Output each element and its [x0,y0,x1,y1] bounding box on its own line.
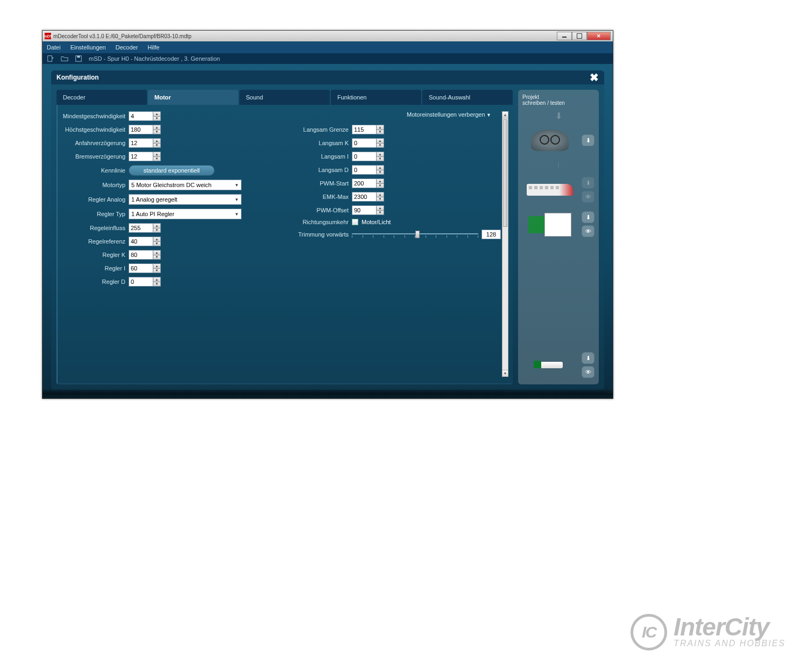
new-icon[interactable] [47,55,54,62]
label-emk-max: EMK-Max [285,194,349,200]
input-pwm-offset[interactable]: 90▲▼ [352,205,384,215]
connection-line-icon: ┊ [557,162,560,168]
menu-hilfe[interactable]: Hilfe [147,44,159,51]
label-motortyp: Motortyp [62,182,125,188]
app-window: mDT mDecoderTool v3.1.0 E:/60_Pakete/Dam… [42,30,613,399]
scroll-down-icon[interactable]: ▼ [502,370,508,376]
label-brems: Bremsverzögerung [62,153,125,160]
open-icon[interactable] [61,55,68,62]
checkbox-richtung[interactable] [352,219,358,225]
label-regeleinfluss: Regeleinfluss [62,225,125,231]
slider-trimmung-value: 128 [482,230,501,239]
arrow-down-icon: ⬇ [555,111,562,121]
hide-motor-settings-link[interactable]: Motoreinstellungen verbergen [285,111,501,121]
left-form-column: Mindestgeschwindigkeit 4▲▼ Höchstgeschwi… [58,111,278,377]
panel-header: Konfiguration ✖ [51,70,604,84]
device-usb [522,351,577,379]
label-anfahr: Anfahrverzögerung [62,140,125,146]
label-regler-d: Regler D [62,278,125,285]
input-langsam-d[interactable]: 0▲▼ [352,165,384,175]
tab-sound-auswahl[interactable]: Sound-Auswahl [422,90,513,105]
svg-rect-2 [77,56,80,58]
tab-bar: Decoder Motor Sound Funktionen Sound-Aus… [56,90,513,105]
write-controller-button[interactable]: ⬇ [582,134,594,146]
panel-close-icon[interactable]: ✖ [590,71,599,84]
menu-bar: Datei Einstellungen Decoder Hilfe [43,41,613,53]
menu-decoder[interactable]: Decoder [116,44,138,51]
label-mindest: Mindestgeschwindigkeit [62,113,125,119]
label-langsam-k: Langsam K [285,140,349,146]
minimize-button[interactable] [557,32,572,40]
label-regler-k: Regler K [62,252,125,258]
checkbox-richtung-label: Motor/Licht [362,219,391,225]
slider-trimmung[interactable] [352,229,478,240]
watermark-main: InterCity [674,616,785,638]
button-kennlinie[interactable]: standard exponentiell [129,165,215,176]
input-regelreferenz[interactable]: 40▲▼ [129,237,161,246]
device-board [522,210,577,238]
dropdown-regler-typ[interactable]: 1 Auto PI Regler [129,209,242,219]
input-regler-i[interactable]: 60▲▼ [129,263,161,273]
write-train-button[interactable]: ⬇ [582,177,594,189]
label-pwm-offset: PWM-Offset [285,207,349,213]
app-icon: mDT [45,33,51,39]
main-background: Konfiguration ✖ Decoder Motor Sound Funk… [43,64,613,398]
label-kennlinie: Kennlinie [62,167,125,174]
breadcrumb: mSD - Spur H0 - Nachrüstdecoder , 3. Gen… [89,55,220,62]
sidebar-title: Projekt schreiben / testen [522,94,594,106]
watermark-sub: TRAINS AND HOBBIES [674,639,785,648]
window-close-button[interactable] [587,32,611,40]
tab-decoder[interactable]: Decoder [56,90,147,105]
label-regler-typ: Regler Typ [62,211,125,217]
label-langsam-d: Langsam D [285,167,349,173]
input-pwm-start[interactable]: 200▲▼ [352,178,384,188]
input-emk-max[interactable]: 2300▲▼ [352,192,384,202]
input-langsam-k[interactable]: 0▲▼ [352,138,384,148]
toolbar: mSD - Spur H0 - Nachrüstdecoder , 3. Gen… [43,53,613,64]
save-icon[interactable] [75,55,82,62]
slider-thumb-icon[interactable] [415,231,420,238]
dropdown-regler-analog[interactable]: 1 Analog geregelt [129,194,242,205]
label-regler-i: Regler I [62,265,125,271]
input-langsam-i[interactable]: 0▲▼ [352,152,384,161]
watermark-logo-icon: IC [631,614,667,650]
maximize-button[interactable] [572,32,587,40]
view-board-button[interactable]: 👁 [582,225,594,237]
svg-rect-0 [48,56,52,62]
label-hoechst: Höchstgeschwindigkeit [62,126,125,133]
scroll-up-icon[interactable]: ▲ [502,112,508,118]
view-train-button[interactable]: 👁 [582,191,594,203]
label-langsam-i: Langsam I [285,153,349,160]
label-langsam-grenze: Langsam Grenze [285,126,349,133]
input-mindest[interactable]: 4▲▼ [129,111,161,121]
input-langsam-grenze[interactable]: 115▲▼ [352,125,384,134]
resize-grip-icon[interactable] [606,392,612,397]
input-brems[interactable]: 12▲▼ [129,152,161,161]
input-anfahr[interactable]: 12▲▼ [129,138,161,148]
label-richtung: Richtungsumkehr [285,219,349,225]
motor-tab-content: Mindestgeschwindigkeit 4▲▼ Höchstgeschwi… [56,105,513,384]
scroll-thumb[interactable] [503,119,507,227]
titlebar[interactable]: mDT mDecoderTool v3.1.0 E:/60_Pakete/Dam… [43,31,613,41]
device-train [522,176,577,204]
window-title: mDecoderTool v3.1.0 E:/60_Pakete/Dampf/B… [53,33,557,39]
tab-motor[interactable]: Motor [148,90,238,105]
device-controller [522,126,577,154]
tab-funktionen[interactable]: Funktionen [331,90,421,105]
label-trimmung: Trimmung vorwärts [285,231,349,238]
menu-datei[interactable]: Datei [47,44,61,51]
input-hoechst[interactable]: 180▲▼ [129,125,161,134]
right-form-column: Motoreinstellungen verbergen Langsam Gre… [281,111,508,377]
config-panel: Konfiguration ✖ Decoder Motor Sound Funk… [51,70,604,390]
view-usb-button[interactable]: 👁 [582,366,594,378]
input-regler-k[interactable]: 80▲▼ [129,250,161,260]
dropdown-motortyp[interactable]: 5 Motor Gleichstrom DC weich [129,180,242,190]
write-usb-button[interactable]: ⬇ [582,352,594,364]
input-regler-d[interactable]: 0▲▼ [129,277,161,287]
write-board-button[interactable]: ⬇ [582,211,594,223]
panel-title: Konfiguration [56,74,99,81]
vertical-scrollbar[interactable]: ▲ ▼ [502,111,508,377]
input-regeleinfluss[interactable]: 255▲▼ [129,223,161,233]
menu-einstellungen[interactable]: Einstellungen [70,44,106,51]
tab-sound[interactable]: Sound [239,90,330,105]
